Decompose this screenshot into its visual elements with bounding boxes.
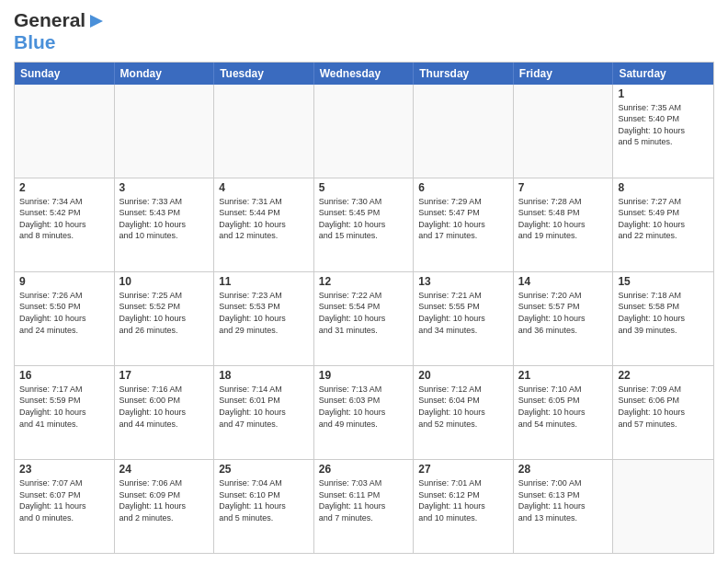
- day-info: Sunrise: 7:20 AM Sunset: 5:57 PM Dayligh…: [518, 290, 609, 336]
- day-info: Sunrise: 7:04 AM Sunset: 6:10 PM Dayligh…: [219, 477, 309, 523]
- day-number: 12: [319, 275, 409, 288]
- day-number: 16: [19, 369, 109, 382]
- day-number: 14: [518, 275, 609, 288]
- calendar-cell: 26Sunrise: 7:03 AM Sunset: 6:11 PM Dayli…: [314, 460, 415, 553]
- day-number: 25: [219, 463, 309, 476]
- day-number: 17: [119, 369, 210, 382]
- svg-marker-0: [90, 15, 103, 28]
- day-info: Sunrise: 7:31 AM Sunset: 5:44 PM Dayligh…: [219, 196, 309, 242]
- header: General Blue: [14, 9, 714, 54]
- calendar-cell: 7Sunrise: 7:28 AM Sunset: 5:48 PM Daylig…: [514, 178, 614, 271]
- calendar-cell: 21Sunrise: 7:10 AM Sunset: 6:05 PM Dayli…: [514, 366, 614, 459]
- day-info: Sunrise: 7:29 AM Sunset: 5:47 PM Dayligh…: [418, 196, 508, 242]
- day-number: 5: [319, 181, 409, 194]
- calendar-cell: 28Sunrise: 7:00 AM Sunset: 6:13 PM Dayli…: [514, 460, 614, 553]
- calendar-header: SundayMondayTuesdayWednesdayThursdayFrid…: [15, 63, 713, 85]
- day-info: Sunrise: 7:33 AM Sunset: 5:43 PM Dayligh…: [119, 196, 210, 242]
- calendar-cell: 9Sunrise: 7:26 AM Sunset: 5:50 PM Daylig…: [15, 272, 115, 365]
- calendar-cell: 1Sunrise: 7:35 AM Sunset: 5:40 PM Daylig…: [613, 85, 713, 178]
- calendar-cell: [15, 85, 115, 178]
- calendar-cell: [414, 85, 514, 178]
- header-cell-sunday: Sunday: [15, 63, 115, 85]
- calendar: SundayMondayTuesdayWednesdayThursdayFrid…: [14, 62, 714, 554]
- calendar-row-3: 16Sunrise: 7:17 AM Sunset: 5:59 PM Dayli…: [15, 366, 713, 460]
- calendar-row-4: 23Sunrise: 7:07 AM Sunset: 6:07 PM Dayli…: [15, 460, 713, 553]
- day-info: Sunrise: 7:01 AM Sunset: 6:12 PM Dayligh…: [418, 477, 508, 523]
- day-number: 18: [219, 369, 309, 382]
- day-info: Sunrise: 7:07 AM Sunset: 6:07 PM Dayligh…: [19, 477, 109, 523]
- calendar-cell: 15Sunrise: 7:18 AM Sunset: 5:58 PM Dayli…: [613, 272, 713, 365]
- calendar-cell: 19Sunrise: 7:13 AM Sunset: 6:03 PM Dayli…: [314, 366, 415, 459]
- header-cell-tuesday: Tuesday: [214, 63, 314, 85]
- day-info: Sunrise: 7:09 AM Sunset: 6:06 PM Dayligh…: [618, 384, 709, 430]
- day-info: Sunrise: 7:21 AM Sunset: 5:55 PM Dayligh…: [418, 290, 508, 336]
- day-number: 11: [219, 275, 309, 288]
- calendar-cell: 2Sunrise: 7:34 AM Sunset: 5:42 PM Daylig…: [15, 178, 115, 271]
- calendar-cell: 20Sunrise: 7:12 AM Sunset: 6:04 PM Dayli…: [414, 366, 514, 459]
- day-info: Sunrise: 7:13 AM Sunset: 6:03 PM Dayligh…: [319, 384, 409, 430]
- day-number: 1: [618, 87, 709, 100]
- calendar-cell: 8Sunrise: 7:27 AM Sunset: 5:49 PM Daylig…: [613, 178, 713, 271]
- calendar-cell: [214, 85, 314, 178]
- header-cell-wednesday: Wednesday: [314, 63, 415, 85]
- day-number: 21: [518, 369, 609, 382]
- day-number: 3: [119, 181, 210, 194]
- day-info: Sunrise: 7:16 AM Sunset: 6:00 PM Dayligh…: [119, 384, 210, 430]
- day-number: 23: [19, 463, 109, 476]
- calendar-cell: [314, 85, 415, 178]
- day-info: Sunrise: 7:25 AM Sunset: 5:52 PM Dayligh…: [119, 290, 210, 336]
- calendar-cell: 5Sunrise: 7:30 AM Sunset: 5:45 PM Daylig…: [314, 178, 415, 271]
- day-info: Sunrise: 7:06 AM Sunset: 6:09 PM Dayligh…: [119, 477, 210, 523]
- day-number: 4: [219, 181, 309, 194]
- day-number: 24: [119, 463, 210, 476]
- calendar-cell: 13Sunrise: 7:21 AM Sunset: 5:55 PM Dayli…: [414, 272, 514, 365]
- calendar-row-1: 2Sunrise: 7:34 AM Sunset: 5:42 PM Daylig…: [15, 178, 713, 272]
- day-number: 27: [418, 463, 508, 476]
- calendar-row-0: 1Sunrise: 7:35 AM Sunset: 5:40 PM Daylig…: [15, 85, 713, 178]
- page: General Blue SundayMondayTuesdayWednesda…: [0, 0, 728, 563]
- day-number: 15: [618, 275, 709, 288]
- calendar-cell: [115, 85, 215, 178]
- calendar-cell: 25Sunrise: 7:04 AM Sunset: 6:10 PM Dayli…: [214, 460, 314, 553]
- day-number: 19: [319, 369, 409, 382]
- logo-icon: [86, 11, 107, 31]
- day-number: 9: [19, 275, 109, 288]
- day-number: 2: [19, 181, 109, 194]
- day-info: Sunrise: 7:22 AM Sunset: 5:54 PM Dayligh…: [319, 290, 409, 336]
- day-info: Sunrise: 7:28 AM Sunset: 5:48 PM Dayligh…: [518, 196, 609, 242]
- calendar-cell: 4Sunrise: 7:31 AM Sunset: 5:44 PM Daylig…: [214, 178, 314, 271]
- calendar-cell: 12Sunrise: 7:22 AM Sunset: 5:54 PM Dayli…: [314, 272, 415, 365]
- day-info: Sunrise: 7:34 AM Sunset: 5:42 PM Dayligh…: [19, 196, 109, 242]
- day-number: 22: [618, 369, 709, 382]
- calendar-cell: 3Sunrise: 7:33 AM Sunset: 5:43 PM Daylig…: [115, 178, 215, 271]
- day-info: Sunrise: 7:03 AM Sunset: 6:11 PM Dayligh…: [319, 477, 409, 523]
- day-number: 7: [518, 181, 609, 194]
- calendar-cell: 16Sunrise: 7:17 AM Sunset: 5:59 PM Dayli…: [15, 366, 115, 459]
- day-info: Sunrise: 7:17 AM Sunset: 5:59 PM Dayligh…: [19, 384, 109, 430]
- calendar-cell: 24Sunrise: 7:06 AM Sunset: 6:09 PM Dayli…: [115, 460, 215, 553]
- logo: General Blue: [14, 9, 108, 54]
- logo-text: General Blue: [14, 9, 108, 54]
- day-number: 10: [119, 275, 210, 288]
- day-info: Sunrise: 7:26 AM Sunset: 5:50 PM Dayligh…: [19, 290, 109, 336]
- day-number: 26: [319, 463, 409, 476]
- calendar-cell: 17Sunrise: 7:16 AM Sunset: 6:00 PM Dayli…: [115, 366, 215, 459]
- calendar-cell: 18Sunrise: 7:14 AM Sunset: 6:01 PM Dayli…: [214, 366, 314, 459]
- day-info: Sunrise: 7:10 AM Sunset: 6:05 PM Dayligh…: [518, 384, 609, 430]
- calendar-cell: 10Sunrise: 7:25 AM Sunset: 5:52 PM Dayli…: [115, 272, 215, 365]
- calendar-row-2: 9Sunrise: 7:26 AM Sunset: 5:50 PM Daylig…: [15, 272, 713, 366]
- header-cell-thursday: Thursday: [414, 63, 514, 85]
- day-info: Sunrise: 7:12 AM Sunset: 6:04 PM Dayligh…: [418, 384, 508, 430]
- day-info: Sunrise: 7:00 AM Sunset: 6:13 PM Dayligh…: [518, 477, 609, 523]
- day-info: Sunrise: 7:14 AM Sunset: 6:01 PM Dayligh…: [219, 384, 309, 430]
- day-info: Sunrise: 7:30 AM Sunset: 5:45 PM Dayligh…: [319, 196, 409, 242]
- day-number: 28: [518, 463, 609, 476]
- day-info: Sunrise: 7:23 AM Sunset: 5:53 PM Dayligh…: [219, 290, 309, 336]
- header-cell-friday: Friday: [514, 63, 614, 85]
- header-cell-saturday: Saturday: [613, 63, 713, 85]
- calendar-cell: 22Sunrise: 7:09 AM Sunset: 6:06 PM Dayli…: [613, 366, 713, 459]
- calendar-body: 1Sunrise: 7:35 AM Sunset: 5:40 PM Daylig…: [15, 85, 713, 553]
- calendar-cell: 11Sunrise: 7:23 AM Sunset: 5:53 PM Dayli…: [214, 272, 314, 365]
- calendar-cell: 27Sunrise: 7:01 AM Sunset: 6:12 PM Dayli…: [414, 460, 514, 553]
- day-number: 8: [618, 181, 709, 194]
